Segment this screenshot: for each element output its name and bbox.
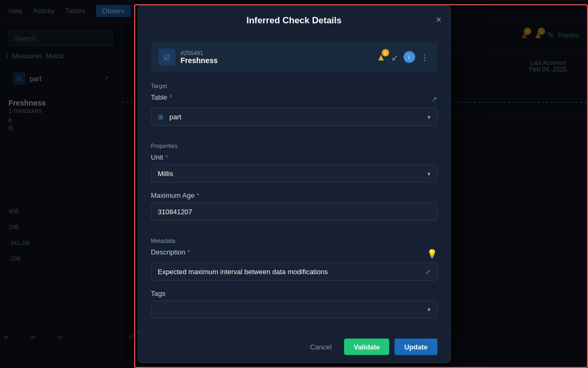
check-header-card: ☑ #256491 Freshness ▲ 1 ↙ i ⋮ [151, 42, 437, 72]
max-age-field-group: Maximum Age * [151, 191, 437, 221]
warning-badge-wrapper: ▲ 1 [376, 51, 386, 63]
table-field-label: Table * [151, 93, 172, 101]
table-select-content: ⊞ part [158, 113, 181, 121]
unit-chevron-icon: ▾ [427, 170, 431, 177]
additional-meta-title: Additional Metadata [151, 329, 312, 331]
description-expand-icon[interactable]: ⤢ [425, 268, 431, 275]
description-field-label: Description * [151, 248, 190, 256]
unit-select[interactable]: Millis ▾ [151, 164, 437, 183]
table-select-icon: ⊞ [158, 113, 163, 120]
modal-title: Inferred Check Details [247, 15, 342, 25]
close-button[interactable]: × [436, 15, 442, 24]
tags-field-label: Tags [151, 290, 437, 297]
arrow-icon-button[interactable]: ↙ [390, 51, 399, 63]
unit-required-dot: * [165, 153, 168, 161]
inferred-check-modal: Inferred Check Details × ☑ #256491 Fresh… [138, 5, 451, 363]
check-icon-box: ☑ [159, 49, 175, 66]
metadata-section-label: Metadata [151, 238, 437, 244]
properties-section-label: Properties [151, 143, 437, 149]
max-age-required-dot: * [197, 191, 199, 199]
check-header-left: ☑ #256491 Freshness [159, 49, 218, 66]
modal-footer: Cancel Validate Update [138, 331, 450, 363]
unit-select-value: Millis [158, 170, 173, 178]
more-options-button[interactable]: ⋮ [419, 51, 430, 63]
additional-metadata-section: Additional Metadata Enhance the check de… [151, 327, 437, 331]
tags-select[interactable]: ▾ [151, 301, 437, 319]
description-value: Expected maximum interval between data m… [158, 268, 328, 276]
description-field-group: Description * 💡 Expected maximum interva… [151, 248, 437, 281]
table-select-value: part [170, 113, 181, 121]
table-chevron-icon: ▾ [427, 113, 431, 120]
update-button[interactable]: Update [394, 339, 437, 355]
table-select[interactable]: ⊞ part ▾ [151, 108, 437, 126]
table-required-dot: * [170, 93, 172, 101]
table-expand-icon[interactable]: ↗ [431, 94, 437, 103]
divider-2 [151, 230, 437, 230]
info-circle[interactable]: i [403, 51, 415, 63]
modal-header: Inferred Check Details × [138, 6, 450, 34]
check-name: Freshness [181, 56, 218, 65]
cancel-button[interactable]: Cancel [303, 339, 339, 355]
additional-meta-info: Additional Metadata Enhance the check de… [151, 329, 312, 331]
unit-field-group: Unit * Millis ▾ [151, 153, 437, 183]
tags-field-group: Tags ▾ [151, 290, 437, 319]
target-section-label: Target [151, 83, 437, 89]
description-field[interactable]: Expected maximum interval between data m… [151, 262, 437, 281]
description-required-dot: * [188, 248, 190, 256]
validate-button[interactable]: Validate [344, 339, 389, 355]
check-icon: ☑ [163, 53, 170, 62]
table-field-group: Table * ↗ ⊞ part ▾ [151, 93, 437, 126]
warning-count-badge: 1 [382, 49, 389, 56]
description-label-row: Description * 💡 [151, 248, 437, 259]
max-age-field-label: Maximum Age * [151, 191, 437, 199]
check-id: #256491 [181, 50, 218, 56]
check-info: #256491 Freshness [181, 50, 218, 65]
modal-body: ☑ #256491 Freshness ▲ 1 ↙ i ⋮ [138, 34, 450, 331]
table-label-row: Table * ↗ [151, 93, 437, 104]
divider-1 [151, 135, 437, 135]
unit-field-label: Unit * [151, 153, 437, 161]
max-age-input[interactable] [151, 203, 437, 221]
tags-chevron-icon: ▾ [427, 306, 431, 313]
check-header-right: ▲ 1 ↙ i ⋮ [376, 51, 430, 63]
bulb-icon: 💡 [427, 249, 437, 259]
